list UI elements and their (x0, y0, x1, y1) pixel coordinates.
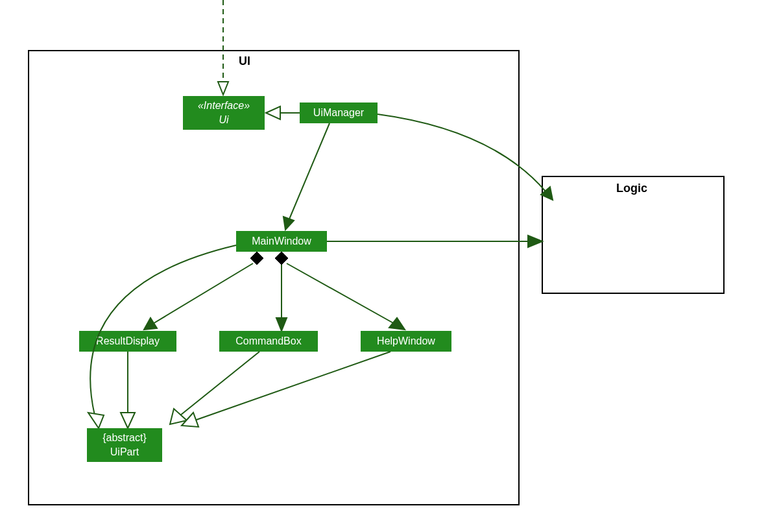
svg-text:ResultDisplay: ResultDisplay (96, 335, 160, 346)
node-uipart: {abstract} UiPart (87, 428, 162, 462)
edge-uimanager-to-logic (378, 114, 546, 192)
uml-diagram: UI Logic «Interface» Ui UiManager MainWi… (0, 0, 768, 532)
edge-mainwindow-to-helpwindow-arrow (389, 318, 405, 330)
edge-uimanager-realize-ui-arrow (266, 106, 280, 119)
edge-uimanager-to-mainwindow (289, 123, 330, 221)
svg-text:UiPart: UiPart (110, 446, 139, 457)
edge-helpwindow-gen-uipart (195, 352, 390, 420)
edge-external-to-ui-arrow (218, 82, 228, 95)
svg-text:Ui: Ui (219, 114, 229, 125)
edge-mainwindow-to-logic-arrow (528, 236, 542, 247)
node-helpwindow: HelpWindow (361, 331, 451, 352)
edge-mainwindow-gen-uipart (90, 245, 236, 415)
svg-text:HelpWindow: HelpWindow (377, 335, 435, 346)
edge-resultdisplay-gen-uipart-arrow (121, 413, 135, 428)
edge-mainwindow-to-helpwindow (287, 263, 396, 324)
mainwindow-diamond-left (250, 252, 263, 265)
edge-mainwindow-to-commandbox-arrow (276, 318, 287, 331)
logic-package-label: Logic (616, 182, 647, 195)
edge-mainwindow-gen-uipart-arrow (88, 413, 104, 428)
edge-mainwindow-to-resultdisplay-arrow (144, 318, 157, 330)
edge-commandbox-gen-uipart (180, 352, 259, 415)
edge-mainwindow-to-resultdisplay (152, 263, 253, 324)
node-commandbox: CommandBox (219, 331, 318, 352)
svg-text:UiManager: UiManager (313, 107, 365, 118)
svg-text:CommandBox: CommandBox (235, 335, 301, 346)
node-uimanager: UiManager (300, 103, 378, 123)
mainwindow-diamond-center (275, 252, 288, 265)
svg-text:MainWindow: MainWindow (252, 236, 311, 247)
ui-package-label: UI (239, 54, 250, 67)
svg-text:«Interface»: «Interface» (198, 100, 250, 111)
node-mainwindow: MainWindow (236, 231, 327, 252)
svg-text:{abstract}: {abstract} (102, 432, 147, 443)
edge-uimanager-to-mainwindow-arrow (283, 217, 294, 230)
node-ui-interface: «Interface» Ui (183, 96, 265, 130)
